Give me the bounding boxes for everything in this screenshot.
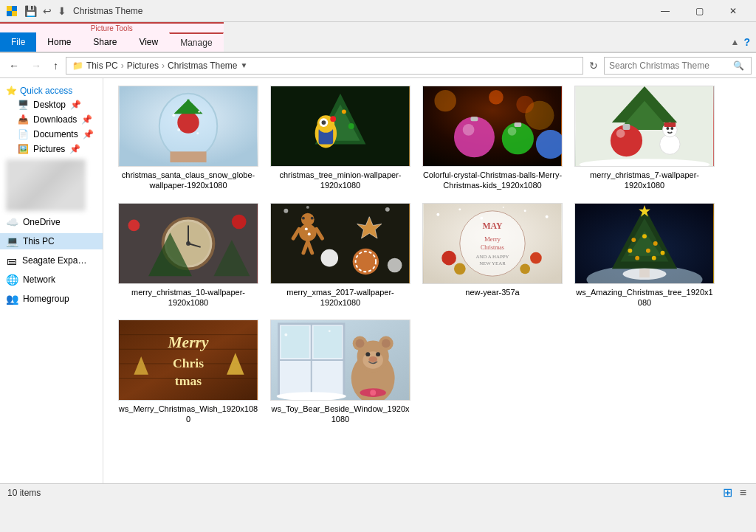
list-item[interactable]: christmas_tree_minion-wallpaper-1920x108… (270, 86, 410, 191)
quick-access-header[interactable]: ⭐ Quick access (0, 83, 103, 97)
svg-point-46 (670, 127, 673, 130)
pin-icon-dl: 📌 (81, 114, 92, 125)
file-thumbnail (574, 203, 715, 284)
close-button[interactable]: ✕ (716, 0, 750, 22)
network-section: 🌐 Network (0, 272, 103, 288)
svg-point-59 (232, 214, 247, 229)
refresh-button[interactable]: ↻ (586, 60, 601, 72)
file-name: christmas_santa_claus_snow_globe-wallpap… (118, 170, 258, 191)
window-controls: — ▢ ✕ (648, 0, 750, 22)
path-pictures[interactable]: Pictures (127, 61, 159, 71)
list-item[interactable]: Colorful-crystal-Christmas-balls-Merry-C… (422, 86, 563, 191)
sidebar-documents-label: Documents (33, 129, 78, 139)
seagate-icon: 🖴 (6, 255, 18, 266)
list-item[interactable]: MAY Merry Christmas AND A HAPPY NEW YEAR… (422, 203, 563, 308)
svg-point-7 (177, 111, 199, 133)
sidebar-item-seagate[interactable]: 🖴 Seagate Expansion Dr (0, 252, 103, 269)
folder-icon: 📁 (72, 61, 83, 71)
sidebar-item-documents[interactable]: 📄 Documents 📌 (0, 127, 103, 142)
svg-rect-127 (281, 326, 309, 358)
back-button[interactable]: ← (4, 57, 24, 75)
address-dropdown-button[interactable]: ▼ (241, 61, 248, 69)
svg-rect-3 (12, 11, 17, 16)
minimize-button[interactable]: — (648, 0, 682, 22)
downloads-icon: 📥 (18, 114, 29, 125)
sidebar-item-thispc[interactable]: 💻 This PC (0, 233, 103, 249)
tab-home[interactable]: Home (36, 32, 82, 52)
file-name: merry_christmas_10-wallpaper-1920x1080 (118, 287, 258, 308)
svg-point-86 (503, 207, 504, 208)
svg-point-106 (653, 241, 658, 246)
svg-point-29 (516, 96, 534, 114)
main-area: ⭐ Quick access 🖥️ Desktop 📌 📥 Downloads … (0, 78, 756, 483)
sidebar-item-pictures[interactable]: 🖼️ Pictures 📌 (0, 142, 103, 156)
list-view-button[interactable]: ≡ (738, 486, 749, 500)
path-christmas[interactable]: Christmas Theme (168, 61, 237, 71)
list-item[interactable]: merry_christmas_7-wallpaper-1920x1080 (574, 86, 715, 191)
svg-point-104 (631, 238, 636, 242)
undo-qs-btn[interactable]: ↩ (41, 5, 54, 17)
search-input[interactable] (605, 61, 730, 71)
tab-file[interactable]: File (0, 32, 36, 52)
redo-qs-btn[interactable]: ⬇ (55, 5, 69, 17)
svg-text:Christmas: Christmas (481, 243, 504, 250)
search-icon[interactable]: 🔍 (730, 61, 747, 71)
tab-manage[interactable]: Manage (169, 32, 223, 52)
file-thumbnail (574, 86, 715, 167)
tab-share[interactable]: Share (82, 32, 128, 52)
network-label: Network (23, 274, 55, 285)
up-button[interactable]: ↑ (49, 57, 63, 75)
file-thumbnail (118, 86, 258, 167)
network-icon: 🌐 (6, 274, 18, 286)
svg-point-41 (616, 129, 625, 138)
svg-point-62 (306, 206, 309, 209)
file-thumbnail: Merry Chris tmas (118, 319, 258, 401)
svg-point-67 (311, 216, 314, 219)
address-path[interactable]: 📁 This PC › Pictures › Christmas Theme ▼ (66, 57, 583, 75)
sidebar-item-homegroup[interactable]: 👥 Homegroup (0, 291, 103, 307)
svg-point-142 (284, 334, 287, 336)
svg-point-107 (628, 248, 632, 252)
sidebar-item-desktop[interactable]: 🖥️ Desktop 📌 (0, 97, 103, 112)
svg-point-93 (441, 250, 456, 265)
list-item[interactable]: Merry Chris tmas ws_Merry_Christmas_Wish… (118, 319, 258, 425)
file-thumbnail: MAY Merry Christmas AND A HAPPY NEW YEAR (422, 203, 563, 284)
sidebar-item-onedrive[interactable]: ☁️ OneDrive (0, 214, 103, 230)
grid-view-button[interactable]: ⊞ (721, 486, 735, 500)
forward-button[interactable]: → (27, 57, 46, 75)
list-item[interactable]: merry_christmas_10-wallpaper-1920x1080 (118, 203, 258, 308)
pictures-icon: 🖼️ (18, 144, 29, 154)
save-qs-btn[interactable]: 💾 (22, 5, 39, 17)
list-item[interactable]: merry_xmas_2017-wallpaper-1920x1080 (270, 203, 410, 308)
svg-text:Merry: Merry (484, 235, 501, 243)
ribbon-collapse-btn[interactable]: ▲ (731, 37, 740, 47)
pin-icon-pics: 📌 (69, 144, 80, 154)
svg-rect-0 (7, 6, 12, 11)
sidebar-item-downloads[interactable]: 📥 Downloads 📌 (0, 112, 103, 127)
file-name: Colorful-crystal-Christmas-balls-Merry-C… (422, 170, 563, 191)
file-thumbnail (270, 203, 410, 284)
address-bar: ← → ↑ 📁 This PC › Pictures › Christmas T… (0, 53, 756, 78)
list-item[interactable]: ws_Toy_Bear_Beside_Window_1920x1080 (270, 319, 410, 425)
help-button[interactable]: ? (743, 36, 750, 48)
sidebar-item-network[interactable]: 🌐 Network (0, 272, 103, 288)
documents-icon: 📄 (18, 129, 29, 139)
search-box: 🔍 (604, 57, 752, 75)
list-item[interactable]: ws_Amazing_Christmas_tree_1920x1080 (574, 203, 715, 308)
picture-tools-label: Picture Tools (0, 24, 224, 32)
svg-point-137 (365, 352, 370, 356)
tab-view[interactable]: View (128, 32, 169, 52)
path-thispc[interactable]: This PC (86, 61, 118, 71)
pin-icon-docs: 📌 (83, 129, 94, 139)
svg-text:Merry: Merry (167, 334, 209, 351)
maximize-button[interactable]: ▢ (682, 0, 716, 22)
onedrive-section: ☁️ OneDrive (0, 214, 103, 230)
file-name: new-year-357a (465, 287, 519, 297)
svg-rect-1 (12, 6, 17, 11)
svg-point-24 (342, 109, 346, 114)
file-name: ws_Toy_Bear_Beside_Window_1920x1080 (270, 404, 410, 425)
list-item[interactable]: christmas_santa_claus_snow_globe-wallpap… (118, 86, 258, 191)
svg-text:MAY: MAY (482, 221, 503, 231)
file-content: christmas_santa_claus_snow_globe-wallpap… (103, 78, 756, 483)
svg-point-23 (348, 123, 354, 129)
